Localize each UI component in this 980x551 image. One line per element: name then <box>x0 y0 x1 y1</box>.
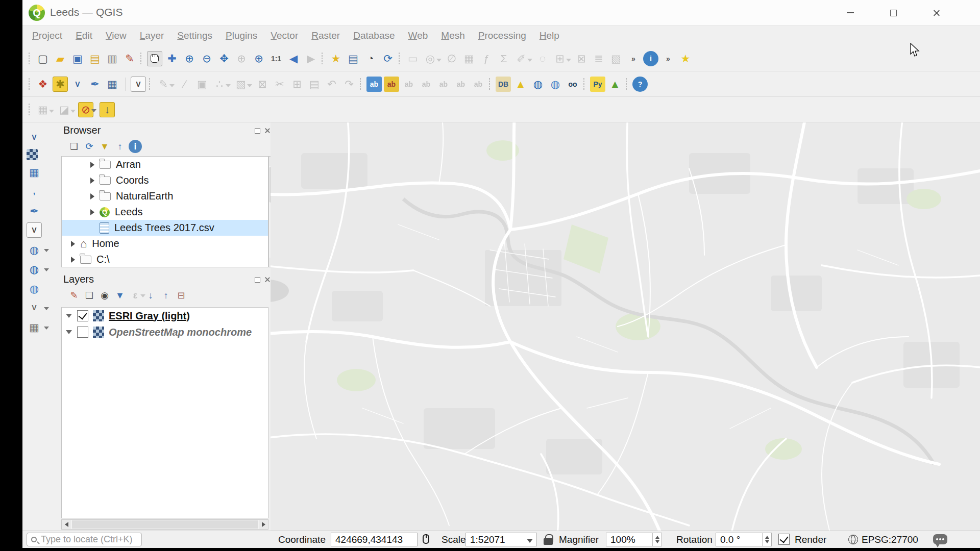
new-project-icon[interactable]: ▢ <box>35 51 51 66</box>
extents-icon[interactable] <box>423 534 429 544</box>
manage-visibility-icon[interactable]: ◉ <box>98 289 111 302</box>
add-vector-layer-icon[interactable]: V <box>27 130 42 145</box>
expand-arrow-icon[interactable] <box>90 209 94 215</box>
show-spatial-bookmarks-icon[interactable]: ▤ <box>346 51 361 66</box>
menu-database[interactable]: Database <box>347 26 401 45</box>
binoculars-search-icon[interactable]: oo <box>565 77 580 92</box>
chevron-down-icon[interactable] <box>91 109 96 112</box>
globe-crs-icon[interactable] <box>848 535 858 544</box>
open-project-icon[interactable]: ▰ <box>53 51 68 66</box>
chevron-down-icon[interactable] <box>49 110 54 113</box>
browser-float-icon[interactable] <box>253 127 261 135</box>
toolbar-overflow-2-icon[interactable]: » <box>660 51 676 66</box>
zoom-native-resolution-icon[interactable]: 1:1 <box>268 51 284 66</box>
scroll-right-icon[interactable] <box>259 520 268 529</box>
web-globe-icon[interactable]: ◍ <box>548 77 563 92</box>
browser-collapse-all-icon[interactable]: ↑ <box>113 140 127 153</box>
toolbar-handle[interactable] <box>359 78 362 91</box>
layers-float-icon[interactable] <box>253 276 261 284</box>
add-raster-layer-icon[interactable] <box>27 149 38 160</box>
browser-item-home[interactable]: ⌂Home <box>62 236 268 252</box>
whats-new-icon[interactable]: ★ <box>678 51 693 66</box>
toolbar-handle[interactable] <box>28 103 31 116</box>
toolbar-handle[interactable] <box>28 78 31 91</box>
toolbar-handle[interactable] <box>488 78 491 91</box>
browser-item-arran[interactable]: Arran <box>62 157 268 172</box>
layer-diagram-icon[interactable]: ab <box>384 77 399 92</box>
layer-item-osm-monochrome[interactable]: OpenStreetMap monochrome <box>62 324 268 340</box>
chevron-down-icon[interactable] <box>44 307 49 310</box>
new-geopackage-layer-icon[interactable]: ✱ <box>53 77 68 92</box>
coordinate-input[interactable]: 424669,434143 <box>331 533 418 546</box>
render-checkbox[interactable] <box>778 534 790 545</box>
show-layout-manager-icon[interactable]: ▥ <box>105 51 120 66</box>
toolbar-handle[interactable] <box>583 78 585 91</box>
scale-combobox[interactable]: 1:52071 <box>465 533 537 546</box>
chevron-down-icon[interactable] <box>566 59 571 62</box>
toolbar-handle[interactable] <box>321 52 324 65</box>
green-plugin-icon[interactable]: ▲ <box>607 77 623 92</box>
toolbar-handle[interactable] <box>149 78 151 91</box>
temporal-controller-icon[interactable]: ◔ <box>363 51 378 66</box>
add-mesh-layer-icon[interactable]: ▦ <box>27 164 42 180</box>
filter-legend-icon[interactable]: ▼ <box>113 289 127 302</box>
new-spatial-bookmark-icon[interactable]: ★ <box>328 51 344 66</box>
layer-visibility-checkbox[interactable] <box>77 327 88 338</box>
expand-arrow-icon[interactable] <box>71 241 75 247</box>
maximize-button[interactable] <box>880 4 906 21</box>
pan-to-selection-icon[interactable]: ✚ <box>164 51 180 66</box>
save-project-icon[interactable]: ▣ <box>70 51 85 66</box>
chevron-down-icon[interactable] <box>247 84 252 87</box>
zoom-last-icon[interactable]: ◀ <box>286 51 301 66</box>
locator-search-input[interactable]: Type to locate (Ctrl+K) <box>27 533 142 546</box>
expand-arrow-icon[interactable] <box>66 330 72 334</box>
add-spatialite-layer-icon[interactable]: ✒ <box>27 203 42 218</box>
expand-arrow-icon[interactable] <box>90 193 94 199</box>
expand-arrow-icon[interactable] <box>71 257 75 263</box>
collapse-all-layers-icon[interactable]: ↑ <box>159 289 173 302</box>
magnifier-spinbox[interactable]: 100% <box>606 533 662 546</box>
menu-mesh[interactable]: Mesh <box>434 26 471 45</box>
note-pin-icon[interactable]: ↓ <box>100 102 115 117</box>
chevron-down-icon[interactable] <box>70 110 76 113</box>
browser-refresh-icon[interactable]: ⟳ <box>83 140 96 153</box>
chevron-down-icon[interactable] <box>527 59 532 62</box>
browser-filter-icon[interactable]: ▼ <box>98 140 111 153</box>
browser-item-coords[interactable]: Coords <box>62 172 268 188</box>
menu-vector[interactable]: Vector <box>264 26 305 45</box>
chevron-down-icon[interactable] <box>226 84 231 87</box>
spinner-arrows-icon[interactable] <box>762 533 771 546</box>
open-layer-styling-icon[interactable]: ✎ <box>67 289 81 302</box>
expand-arrow-icon[interactable] <box>90 162 94 168</box>
add-wcs-layer-icon[interactable]: ◍ <box>27 261 42 277</box>
add-vector-tile-layer-icon[interactable]: V <box>27 300 42 315</box>
db-manager-icon[interactable]: DB <box>496 77 511 92</box>
style-manager-icon[interactable]: ✎ <box>122 51 137 66</box>
browser-item-c-drive[interactable]: C:\ <box>62 252 268 267</box>
identify-features-icon[interactable]: i <box>643 51 658 66</box>
menu-edit[interactable]: Edit <box>69 26 99 45</box>
menu-web[interactable]: Web <box>402 26 435 45</box>
zoom-out-icon[interactable]: ⊖ <box>199 51 214 66</box>
layer-labeling-icon[interactable]: ab <box>366 77 382 92</box>
menu-help[interactable]: Help <box>533 26 566 45</box>
chevron-down-icon[interactable] <box>44 268 49 271</box>
chevron-down-icon[interactable] <box>169 84 175 87</box>
menu-raster[interactable]: Raster <box>305 26 347 45</box>
toolbar-overflow-icon[interactable]: » <box>626 51 641 66</box>
browser-item-leeds-trees-csv[interactable]: Leeds Trees 2017.csv <box>62 220 268 236</box>
python-plugin-icon[interactable]: Py <box>590 77 605 92</box>
pan-map-icon[interactable] <box>147 51 162 66</box>
browser-add-selected-layers-icon[interactable]: ❏ <box>67 140 81 153</box>
lock-scale-icon[interactable] <box>543 534 553 545</box>
browser-item-naturalearth[interactable]: NaturalEarth <box>62 188 268 204</box>
layers-hscrollbar[interactable] <box>61 519 268 530</box>
new-print-layout-icon[interactable]: ▤ <box>87 51 103 66</box>
zoom-to-layer-icon[interactable]: ⊕ <box>251 51 266 66</box>
new-virtual-layer-icon[interactable]: V <box>131 77 146 92</box>
browser-item-leeds[interactable]: QLeeds <box>62 204 268 220</box>
add-wms-layer-icon[interactable]: ◍ <box>27 242 42 257</box>
new-shapefile-layer-icon[interactable]: V <box>70 77 85 92</box>
add-delimited-text-layer-icon[interactable]: , <box>27 184 42 199</box>
menu-view[interactable]: View <box>99 26 133 45</box>
